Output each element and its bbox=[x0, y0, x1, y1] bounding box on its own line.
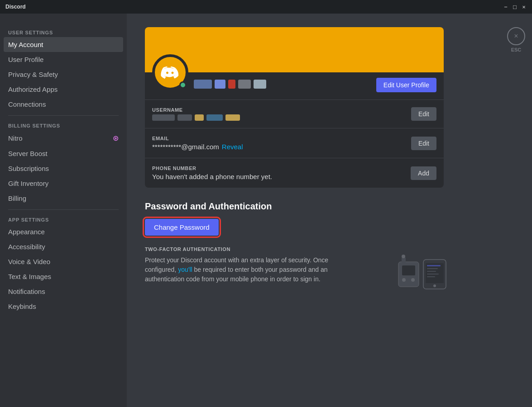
sidebar-item-appearance[interactable]: Appearance bbox=[4, 224, 123, 239]
sidebar-item-label: Text & Images bbox=[8, 273, 51, 280]
phone-field-row: PHONE NUMBER You haven't added a phone n… bbox=[152, 166, 436, 180]
avatar-wrapper bbox=[152, 54, 188, 90]
email-edit-button[interactable]: Edit bbox=[411, 137, 436, 150]
phone-field: PHONE NUMBER You haven't added a phone n… bbox=[145, 158, 444, 188]
sidebar-item-label: Server Boost bbox=[8, 150, 48, 157]
esc-button[interactable]: × bbox=[507, 27, 525, 45]
sidebar-item-server-boost[interactable]: Server Boost bbox=[4, 146, 123, 161]
sidebar-item-label: My Account bbox=[8, 41, 43, 48]
sidebar-item-subscriptions[interactable]: Subscriptions bbox=[4, 161, 123, 176]
nitro-icon: ⊛ bbox=[113, 134, 119, 142]
tfa-section: TWO-FACTOR AUTHENTICATION Protect your D… bbox=[145, 246, 444, 284]
username-field: USERNAME Edit bbox=[145, 99, 444, 128]
sidebar-item-text-images[interactable]: Text & Images bbox=[4, 269, 123, 284]
close-icon: × bbox=[514, 32, 518, 40]
email-masked: ***********@gmail.com bbox=[152, 143, 219, 151]
sidebar-section-user-settings: USER SETTINGS bbox=[4, 26, 123, 37]
sidebar-item-accessibility[interactable]: Accessibility bbox=[4, 239, 123, 254]
email-field-left: EMAIL ***********@gmail.com Reveal bbox=[152, 136, 404, 151]
edit-user-profile-button[interactable]: Edit User Profile bbox=[376, 78, 436, 92]
badge-4 bbox=[238, 80, 251, 89]
profile-badges bbox=[194, 72, 376, 89]
sidebar-item-privacy-safety[interactable]: Privacy & Safety bbox=[4, 67, 123, 82]
svg-point-9 bbox=[433, 284, 436, 287]
sidebar-item-label: Nitro bbox=[8, 134, 23, 142]
reveal-email-button[interactable]: Reveal bbox=[222, 143, 243, 151]
badge-5 bbox=[254, 80, 266, 89]
sidebar-item-label: Notifications bbox=[8, 288, 45, 295]
sidebar-item-keybinds[interactable]: Keybinds bbox=[4, 299, 123, 314]
sidebar-item-label: Appearance bbox=[8, 228, 45, 236]
email-field: EMAIL ***********@gmail.com Reveal Edit bbox=[145, 128, 444, 158]
username-label: USERNAME bbox=[152, 107, 404, 113]
profile-info-row: Edit User Profile bbox=[145, 72, 444, 99]
email-value: ***********@gmail.com Reveal bbox=[152, 143, 404, 151]
profile-banner bbox=[145, 27, 444, 72]
svg-rect-2 bbox=[402, 265, 415, 275]
username-block-1 bbox=[152, 114, 175, 121]
sidebar: USER SETTINGS My Account User Profile Pr… bbox=[0, 14, 127, 407]
username-field-left: USERNAME bbox=[152, 107, 404, 121]
sidebar-item-label: Connections bbox=[8, 100, 46, 108]
main-content: Edit User Profile USERNAME bbox=[127, 14, 500, 407]
email-field-row: EMAIL ***********@gmail.com Reveal Edit bbox=[152, 136, 436, 151]
online-status-indicator bbox=[179, 81, 187, 89]
svg-rect-13 bbox=[427, 274, 439, 274]
sidebar-item-billing[interactable]: Billing bbox=[4, 191, 123, 206]
svg-rect-14 bbox=[427, 276, 435, 277]
phone-placeholder-text: You haven't added a phone number yet. bbox=[152, 173, 272, 180]
minimize-button[interactable]: − bbox=[503, 4, 508, 9]
tfa-description-text: Protect your Discord account with an ext… bbox=[145, 256, 328, 283]
sidebar-item-label: Subscriptions bbox=[8, 165, 49, 172]
sidebar-item-nitro[interactable]: Nitro ⊛ bbox=[4, 130, 123, 146]
username-value bbox=[152, 114, 404, 121]
badge-2 bbox=[215, 80, 225, 89]
sidebar-item-authorized-apps[interactable]: Authorized Apps bbox=[4, 82, 123, 97]
username-block-4 bbox=[206, 114, 223, 121]
password-section-title: Password and Authentication bbox=[145, 201, 444, 212]
sidebar-divider-1 bbox=[8, 115, 119, 116]
username-edit-button[interactable]: Edit bbox=[411, 107, 436, 121]
sidebar-item-label: Voice & Video bbox=[8, 258, 50, 265]
email-label: EMAIL bbox=[152, 136, 404, 141]
sidebar-item-my-account[interactable]: My Account bbox=[4, 37, 123, 52]
sidebar-divider-2 bbox=[8, 209, 119, 210]
phone-add-button[interactable]: Add bbox=[411, 166, 436, 180]
discord-logo-icon bbox=[159, 61, 182, 84]
svg-rect-12 bbox=[427, 271, 436, 272]
svg-rect-10 bbox=[427, 265, 441, 266]
esc-label: ESC bbox=[511, 47, 522, 52]
sidebar-item-user-profile[interactable]: User Profile bbox=[4, 52, 123, 67]
close-button[interactable]: × bbox=[521, 4, 527, 9]
window-controls: − □ × bbox=[503, 4, 527, 9]
badge-1 bbox=[194, 80, 212, 89]
svg-point-3 bbox=[402, 278, 406, 282]
sidebar-item-notifications[interactable]: Notifications bbox=[4, 284, 123, 299]
change-password-button[interactable]: Change Password bbox=[145, 219, 219, 236]
sidebar-item-label: Accessibility bbox=[8, 243, 45, 251]
username-block-3 bbox=[195, 114, 204, 121]
username-block-2 bbox=[177, 114, 192, 121]
svg-point-4 bbox=[411, 278, 415, 282]
sidebar-item-label: Gift Inventory bbox=[8, 180, 48, 187]
sidebar-item-label: Keybinds bbox=[8, 303, 36, 310]
username-field-row: USERNAME Edit bbox=[152, 107, 436, 121]
maximize-button[interactable]: □ bbox=[512, 4, 518, 9]
sidebar-item-voice-video[interactable]: Voice & Video bbox=[4, 254, 123, 269]
app-title: Discord bbox=[5, 4, 26, 10]
sidebar-item-gift-inventory[interactable]: Gift Inventory bbox=[4, 176, 123, 191]
tfa-illustration bbox=[389, 251, 453, 293]
svg-point-6 bbox=[402, 255, 405, 258]
sidebar-item-label: Privacy & Safety bbox=[8, 71, 58, 78]
sidebar-item-label: Authorized Apps bbox=[8, 85, 58, 93]
esc-wrapper: × ESC bbox=[500, 14, 532, 407]
phone-field-left: PHONE NUMBER You haven't added a phone n… bbox=[152, 166, 403, 180]
tfa-description: Protect your Discord account with an ext… bbox=[145, 256, 353, 284]
tfa-highlight: you'll bbox=[178, 266, 192, 273]
app-layout: USER SETTINGS My Account User Profile Pr… bbox=[0, 14, 532, 407]
sidebar-item-label: Billing bbox=[8, 194, 26, 202]
tfa-robot-icon bbox=[389, 251, 453, 291]
profile-card: Edit User Profile USERNAME bbox=[145, 27, 444, 188]
sidebar-item-connections[interactable]: Connections bbox=[4, 97, 123, 112]
phone-value: You haven't added a phone number yet. bbox=[152, 173, 403, 180]
